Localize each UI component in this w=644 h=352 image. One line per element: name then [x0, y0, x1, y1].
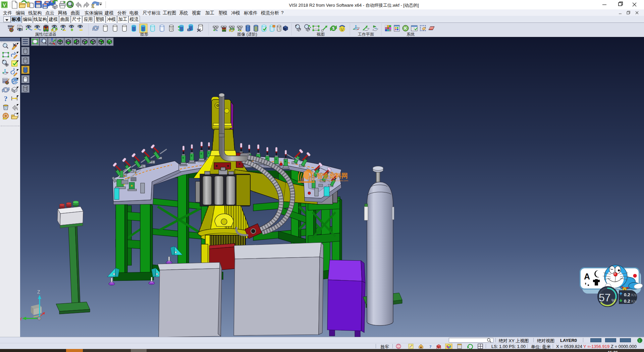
svg-text:Z: Z [37, 289, 40, 295]
svg-text:K/s: K/s [631, 299, 636, 303]
svg-text:1:1: 1:1 [314, 27, 318, 30]
svg-text:0.2: 0.2 [624, 299, 630, 304]
svg-text:?: ? [429, 344, 432, 349]
svg-text:智造资料网: 智造资料网 [316, 172, 348, 179]
svg-text:,: , [585, 278, 587, 285]
svg-text:57: 57 [599, 292, 611, 304]
svg-text:INTELLIGENT MANUFACTURING DATA: INTELLIGENT MANUFACTURING DATA [318, 180, 348, 182]
svg-text:Y: Y [20, 317, 22, 321]
svg-text:K/s: K/s [631, 293, 636, 297]
svg-text:0.2: 0.2 [624, 292, 630, 297]
svg-text:%: % [611, 298, 615, 303]
svg-text:?: ? [4, 94, 8, 103]
svg-text:V: V [3, 2, 6, 8]
